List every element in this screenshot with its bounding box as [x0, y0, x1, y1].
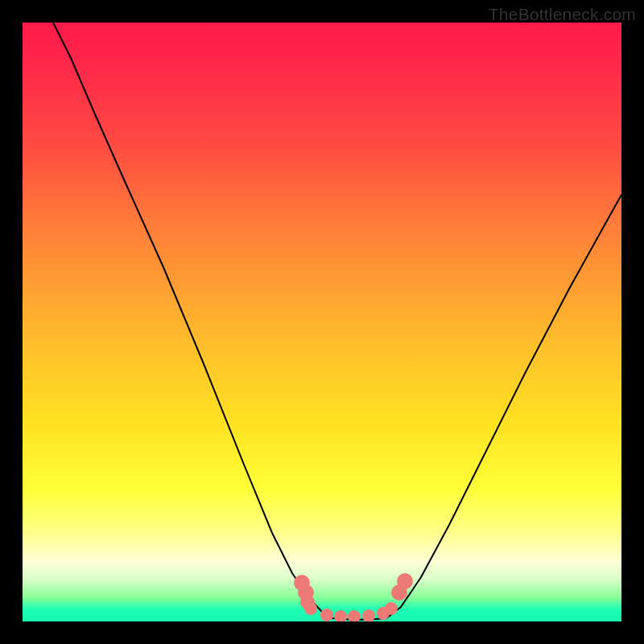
marker-dot: [385, 602, 398, 615]
chart-plot-area: [23, 23, 621, 621]
curve-left-curve: [53, 23, 332, 618]
marker-dot: [320, 609, 333, 621]
marker-dot: [397, 573, 413, 589]
data-markers: [294, 573, 413, 621]
marker-dot: [334, 610, 347, 621]
curve-right-curve: [386, 195, 621, 618]
watermark-text: TheBottleneck.com: [489, 5, 636, 24]
marker-dot: [348, 610, 361, 621]
curve-lines: [53, 23, 621, 620]
marker-dot: [304, 602, 317, 615]
chart-svg: [23, 23, 621, 621]
marker-dot: [362, 609, 375, 621]
